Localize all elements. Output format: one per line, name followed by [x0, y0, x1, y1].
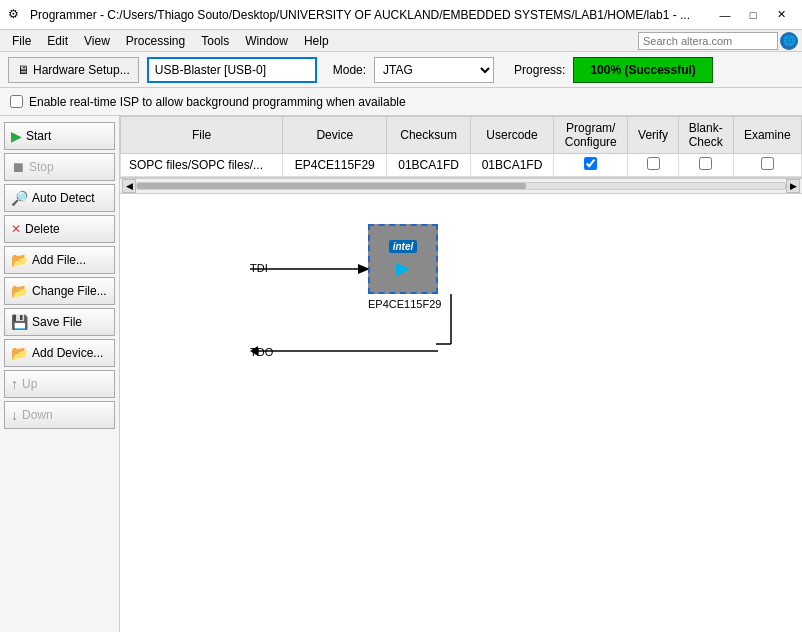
scrollbar-thumb[interactable]: [137, 183, 526, 189]
menu-tools[interactable]: Tools: [193, 32, 237, 50]
programmer-table: File Device Checksum Usercode Program/Co…: [120, 116, 802, 177]
add-device-icon: 📂: [11, 345, 28, 361]
diagram-area: TDI intel ▶ EP4CE115F29: [120, 194, 802, 632]
down-label: Down: [22, 408, 53, 422]
title-bar: ⚙ Programmer - C:/Users/Thiago Souto/Des…: [0, 0, 802, 30]
isp-label: Enable real-time ISP to allow background…: [29, 95, 406, 109]
hw-blaster-input[interactable]: [147, 57, 317, 83]
chip-container: intel ▶ EP4CE115F29: [368, 224, 441, 310]
col-usercode: Usercode: [470, 117, 553, 154]
hw-setup-icon: 🖥: [17, 63, 29, 77]
cell-program[interactable]: [554, 154, 628, 177]
menu-file[interactable]: File: [4, 32, 39, 50]
play-icon: ▶: [396, 257, 410, 279]
change-file-label: Change File...: [32, 284, 107, 298]
table-row: SOPC files/SOPC files/... EP4CE115F29 01…: [121, 154, 802, 177]
menu-bar: File Edit View Processing Tools Window H…: [0, 30, 802, 52]
scroll-left-button[interactable]: ◀: [122, 179, 136, 193]
start-icon: ▶: [11, 128, 22, 144]
cell-file: SOPC files/SOPC files/...: [121, 154, 283, 177]
auto-detect-button[interactable]: 🔎 Auto Detect: [4, 184, 115, 212]
add-device-label: Add Device...: [32, 346, 103, 360]
horizontal-scrollbar[interactable]: ◀ ▶: [120, 178, 802, 194]
title-bar-text: Programmer - C:/Users/Thiago Souto/Deskt…: [30, 8, 712, 22]
cell-usercode: 01BCA1FD: [470, 154, 553, 177]
progress-label: Progress:: [514, 63, 565, 77]
maximize-button[interactable]: □: [740, 5, 766, 25]
add-file-icon: 📂: [11, 252, 28, 268]
add-file-button[interactable]: 📂 Add File...: [4, 246, 115, 274]
progress-bar: 100% (Successful): [573, 57, 712, 83]
change-file-icon: 📂: [11, 283, 28, 299]
save-file-button[interactable]: 💾 Save File: [4, 308, 115, 336]
program-checkbox[interactable]: [584, 157, 597, 170]
add-file-label: Add File...: [32, 253, 86, 267]
menu-view[interactable]: View: [76, 32, 118, 50]
start-button[interactable]: ▶ Start: [4, 122, 115, 150]
save-file-icon: 💾: [11, 314, 28, 330]
cell-verify[interactable]: [628, 154, 678, 177]
down-icon: ↓: [11, 407, 18, 423]
scroll-right-button[interactable]: ▶: [786, 179, 800, 193]
cell-checksum: 01BCA1FD: [387, 154, 470, 177]
main-content: ▶ Start ⏹ Stop 🔎 Auto Detect ✕ Delete 📂 …: [0, 116, 802, 632]
col-verify: Verify: [628, 117, 678, 154]
hw-setup-label: Hardware Setup...: [33, 63, 130, 77]
progress-value: 100% (Successful): [590, 63, 695, 77]
minimize-button[interactable]: —: [712, 5, 738, 25]
menu-edit[interactable]: Edit: [39, 32, 76, 50]
verify-checkbox[interactable]: [647, 157, 660, 170]
right-panel: File Device Checksum Usercode Program/Co…: [120, 116, 802, 632]
tdo-label: TDO: [250, 346, 273, 358]
close-button[interactable]: ✕: [768, 5, 794, 25]
auto-detect-label: Auto Detect: [32, 191, 95, 205]
tdi-arrow: [250, 249, 370, 279]
search-input[interactable]: [638, 32, 778, 50]
menu-help[interactable]: Help: [296, 32, 337, 50]
stop-button[interactable]: ⏹ Stop: [4, 153, 115, 181]
auto-detect-icon: 🔎: [11, 190, 28, 206]
up-button[interactable]: ↑ Up: [4, 370, 115, 398]
isp-row: Enable real-time ISP to allow background…: [0, 88, 802, 116]
hardware-setup-button[interactable]: 🖥 Hardware Setup...: [8, 57, 139, 83]
col-blank: Blank-Check: [678, 117, 733, 154]
mode-select[interactable]: JTAG Passive Serial Active Serial: [374, 57, 494, 83]
table-area: File Device Checksum Usercode Program/Co…: [120, 116, 802, 178]
col-device: Device: [283, 117, 387, 154]
cell-device: EP4CE115F29: [283, 154, 387, 177]
down-button[interactable]: ↓ Down: [4, 401, 115, 429]
menu-window[interactable]: Window: [237, 32, 296, 50]
chip-label: EP4CE115F29: [368, 298, 441, 310]
stop-label: Stop: [29, 160, 54, 174]
toolbar: 🖥 Hardware Setup... Mode: JTAG Passive S…: [0, 52, 802, 88]
globe-icon: 🌐: [780, 32, 798, 50]
up-label: Up: [22, 377, 37, 391]
tdo-connector: [436, 224, 466, 354]
app-icon: ⚙: [8, 7, 24, 23]
tdo-h-line: [250, 341, 440, 361]
change-file-button[interactable]: 📂 Change File...: [4, 277, 115, 305]
start-label: Start: [26, 129, 51, 143]
stop-icon: ⏹: [11, 159, 25, 175]
mode-label: Mode:: [333, 63, 366, 77]
window-controls: — □ ✕: [712, 5, 794, 25]
cell-blank[interactable]: [678, 154, 733, 177]
col-program: Program/Configure: [554, 117, 628, 154]
delete-icon: ✕: [11, 222, 21, 236]
examine-checkbox[interactable]: [761, 157, 774, 170]
search-area: 🌐: [638, 32, 798, 50]
menu-processing[interactable]: Processing: [118, 32, 193, 50]
sidebar: ▶ Start ⏹ Stop 🔎 Auto Detect ✕ Delete 📂 …: [0, 116, 120, 632]
delete-label: Delete: [25, 222, 60, 236]
up-icon: ↑: [11, 376, 18, 392]
cell-examine[interactable]: [733, 154, 801, 177]
intel-logo: intel: [389, 240, 418, 253]
add-device-button[interactable]: 📂 Add Device...: [4, 339, 115, 367]
col-file: File: [121, 117, 283, 154]
isp-checkbox[interactable]: [10, 95, 23, 108]
scrollbar-track[interactable]: [136, 182, 786, 190]
col-examine: Examine: [733, 117, 801, 154]
blank-checkbox[interactable]: [699, 157, 712, 170]
chip-box: intel ▶: [368, 224, 438, 294]
delete-button[interactable]: ✕ Delete: [4, 215, 115, 243]
